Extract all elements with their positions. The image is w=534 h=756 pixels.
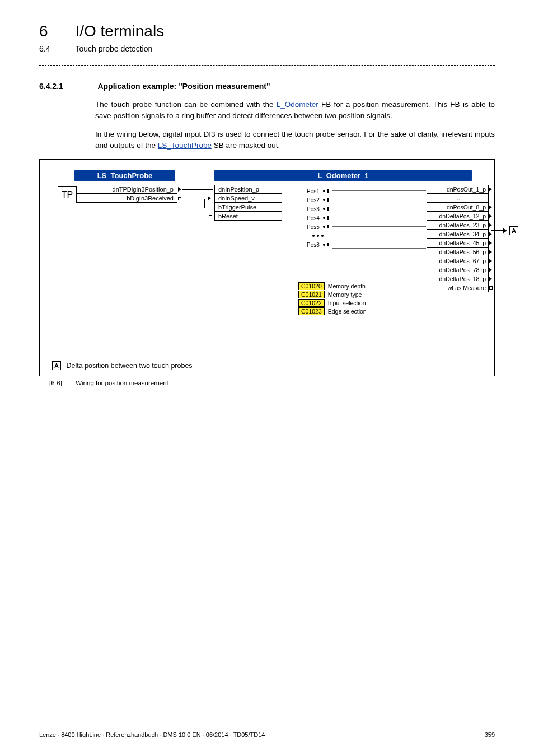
od-outputs: dnPosOut_1_p ... dnPosOut_8_p dnDeltaPos… [427,185,489,292]
figure-caption-text: Wiring for position measurement [76,380,168,386]
od-param: C01022Input selection [298,298,367,307]
footer-text: Lenze · 8400 HighLine · Referenzhandbuch… [39,731,265,738]
port-icon [489,268,492,272]
od-out: dnPosOut_8_p [427,203,489,212]
od-out: dnDeltaPos_67_p [427,256,489,265]
marker-bar-icon [327,216,329,220]
arrowhead-icon [503,228,507,234]
od-position-stack: Pos1 Pos2 Pos3 Pos4 Pos5 Pos8 [307,186,329,249]
param-label: Edge selection [328,308,367,315]
marker-bar-icon [327,198,329,202]
chapter-heading: 6 I/O terminals [39,22,495,40]
section-number: 6.4.2.1 [39,82,95,91]
param-label: Memory depth [328,283,366,290]
a-marker: A [509,226,518,235]
marker-bar-icon [327,207,329,211]
wire [332,190,426,191]
l-odometer-block: L_Odometer_1 dnInPosition_p dnInSpeed_v … [214,170,489,181]
od-out: dnDeltaPos_12_p [427,212,489,221]
pos-label: Pos3 [307,206,320,212]
port-icon [209,215,212,218]
legend-text: Delta position between two touch probes [66,362,192,370]
port-icon [489,250,492,254]
marker-dot-icon [321,235,324,237]
paragraph-1: The touch probe function can be combined… [95,99,495,122]
marker-bar-icon [327,225,329,228]
pos-label: Pos8 [307,242,320,248]
ls-block-title: LS_TouchProbe [74,170,175,181]
od-in-3: bTriggerPulse [214,203,282,212]
param-code: C01020 [298,282,325,290]
divider [39,65,495,66]
param-code: C01021 [298,291,325,298]
subsection-title: Touch probe detection [75,44,152,53]
chapter-number: 6 [39,22,73,40]
diagram-frame: LS_TouchProbe TP dnTPDigIn3Position_p bD… [39,159,495,376]
marker-dot-icon [317,235,319,237]
wire [332,226,426,227]
od-in-4: bReset [214,212,282,221]
marker-dot-icon [323,190,325,192]
ls-out-1: dnTPDigIn3Position_p [77,185,177,194]
od-out: dnDeltaPos_45_p [427,239,489,248]
link-l-odometer[interactable]: L_Odometer [277,100,318,109]
diagram-legend: A Delta position between two touch probe… [52,361,482,370]
param-code: C01023 [298,307,325,315]
od-out: dnDeltaPos_56_p [427,248,489,256]
wire [204,208,213,208]
subsection-heading: 6.4 Touch probe detection [39,44,495,54]
port-icon [178,187,181,192]
od-out: wLastMeasure [427,283,489,292]
tp-label: TP [58,186,77,203]
section-title: Application example: "Position measureme… [97,82,270,91]
port-icon [489,259,492,263]
ls-out-2: bDigIn3Received [77,194,177,203]
od-param: C01021Memory type [298,290,367,298]
page-number: 359 [485,731,495,738]
wire [332,248,426,249]
paragraph-2: In the wiring below, digital input DI3 i… [95,129,495,152]
text: SB are masked out. [212,141,280,150]
text: In the wiring below, digital input DI3 i… [95,130,495,150]
od-out: dnPosOut_1_p [427,185,489,194]
od-out-ellipsis: ... [427,194,489,203]
od-block-title: L_Odometer_1 [214,170,472,181]
od-in-1: dnInPosition_p [214,185,282,194]
marker-dot-icon [323,217,325,219]
port-icon [208,196,211,200]
wire [204,199,205,208]
od-out: dnDeltaPos_18_p [427,274,489,283]
wire [182,199,204,199]
page-footer: Lenze · 8400 HighLine · Referenzhandbuch… [39,731,495,738]
chapter-title: I/O terminals [75,22,164,40]
pos-label: Pos1 [307,188,320,194]
port-icon [489,205,492,209]
marker-dot-icon [323,244,325,246]
text: The touch probe function can be combined… [95,100,277,109]
marker-dot-icon [323,199,325,201]
pos-label: Pos2 [307,197,320,203]
section-heading: 6.4.2.1 Application example: "Position m… [39,81,495,91]
marker-bar-icon [327,243,329,246]
od-params: C01020Memory depth C01021Memory type C01… [298,282,367,315]
od-param: C01020Memory depth [298,282,367,290]
od-param: C01023Edge selection [298,307,367,315]
port-icon [489,214,492,218]
port-icon [489,241,492,245]
param-label: Memory type [328,291,362,298]
od-out: dnDeltaPos_23_p [427,221,489,230]
line-icon [491,230,503,231]
port-icon [178,197,181,200]
pos-label: Pos5 [307,224,320,230]
pos-label: Pos4 [307,215,320,221]
figure-caption: [6-6] Wiring for position measurement [49,380,495,386]
ls-touchprobe-block: LS_TouchProbe TP dnTPDigIn3Position_p bD… [58,170,181,181]
link-ls-touchprobe[interactable]: LS_TouchProbe [158,141,212,150]
od-out: dnDeltaPos_34_p [427,230,489,239]
marker-dot-icon [323,226,325,228]
port-icon [489,277,492,281]
marker-dot-icon [312,235,315,237]
param-code: C01022 [298,299,325,307]
od-in-2: dnInSpeed_v [214,194,282,203]
wire [182,189,213,190]
